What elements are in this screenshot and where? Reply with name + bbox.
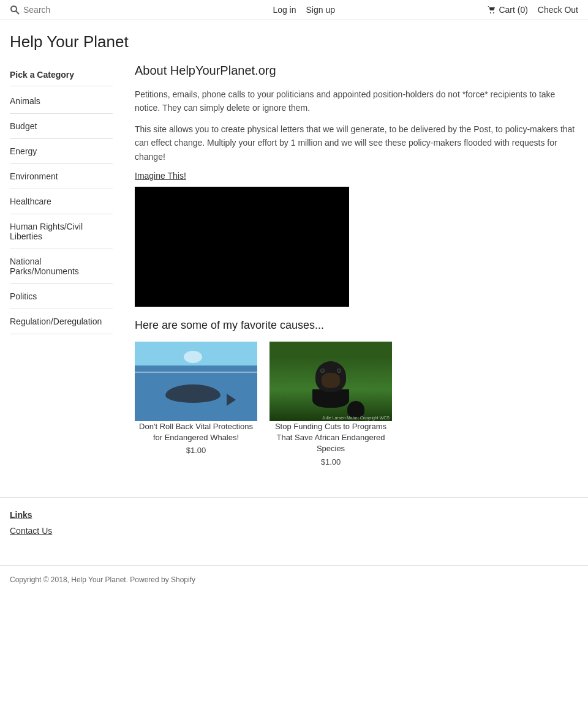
login-link[interactable]: Log in <box>273 5 296 15</box>
search-icon <box>10 5 20 15</box>
cart-icon <box>486 5 496 15</box>
footer-links-heading: Links <box>10 510 578 520</box>
sidebar-item-budget[interactable]: Budget <box>10 114 113 139</box>
sidebar-heading: Pick a Category <box>10 64 113 86</box>
footer: Links Contact Us <box>0 497 588 553</box>
favorite-causes-heading: Here are some of my favorite causes... <box>135 319 576 332</box>
whale-body <box>165 384 221 403</box>
svg-point-2 <box>490 12 491 13</box>
whale-cause-title: Don't Roll Back Vital Protections for En… <box>135 421 257 443</box>
gorilla-cause-price: $1.00 <box>270 457 392 467</box>
gorilla-eyes <box>320 369 341 373</box>
gorilla-body <box>312 389 349 408</box>
sidebar: Pick a Category Animals Budget Energy En… <box>0 64 123 467</box>
cart-area: Cart (0) Check Out <box>486 5 578 15</box>
gorilla-face <box>322 373 340 388</box>
whale-image <box>135 342 257 421</box>
about-paragraph-1: Petitions, emails, phone calls to your p… <box>135 88 576 115</box>
image-caption: Julie Larsen Maher Copyright WCS <box>322 416 390 420</box>
about-paragraph-2: This site allows you to create physical … <box>135 122 576 163</box>
search-area <box>10 5 121 15</box>
gorilla-eye-right <box>337 369 341 373</box>
splash <box>184 351 202 363</box>
svg-line-1 <box>16 11 19 14</box>
svg-point-3 <box>493 12 494 13</box>
causes-grid: Don't Roll Back Vital Protections for En… <box>135 342 576 467</box>
nav-links: Log in Sign up <box>273 5 335 15</box>
contact-us-link[interactable]: Contact Us <box>10 526 578 536</box>
gorilla-cause-title: Stop Funding Cuts to Programs That Save … <box>270 421 392 455</box>
water-line <box>135 372 257 373</box>
sidebar-item-healthcare[interactable]: Healthcare <box>10 189 113 214</box>
sidebar-item-politics[interactable]: Politics <box>10 284 113 309</box>
copyright: Copyright © 2018, Help Your Planet. Powe… <box>0 565 588 584</box>
svg-point-0 <box>11 6 17 12</box>
imagine-link[interactable]: Imagine This! <box>135 171 186 181</box>
gorilla-image: Julie Larsen Maher Copyright WCS <box>270 342 392 421</box>
sidebar-item-energy[interactable]: Energy <box>10 139 113 164</box>
cart-link[interactable]: Cart (0) <box>486 5 527 15</box>
signup-link[interactable]: Sign up <box>306 5 335 15</box>
whale-cause-price: $1.00 <box>135 446 257 455</box>
cart-label: Cart (0) <box>499 5 527 15</box>
site-title: Help Your Planet <box>0 20 588 58</box>
video-placeholder[interactable] <box>135 187 349 307</box>
search-input[interactable] <box>23 5 121 15</box>
sidebar-item-regulation[interactable]: Regulation/Deregulation <box>10 309 113 334</box>
whale-tail <box>227 394 236 406</box>
gorilla-head <box>315 361 346 392</box>
cause-card-whale[interactable]: Don't Roll Back Vital Protections for En… <box>135 342 257 467</box>
main-layout: Pick a Category Animals Budget Energy En… <box>0 58 588 473</box>
gorilla-eye-left <box>320 369 325 373</box>
sidebar-item-human-rights[interactable]: Human Rights/Civil Liberties <box>10 214 113 249</box>
sidebar-item-national-parks[interactable]: National Parks/Monuments <box>10 249 113 284</box>
sidebar-item-animals[interactable]: Animals <box>10 89 113 114</box>
sidebar-item-environment[interactable]: Environment <box>10 164 113 189</box>
about-heading: About HelpYourPlanet.org <box>135 64 576 78</box>
cause-card-gorilla[interactable]: Julie Larsen Maher Copyright WCS Stop Fu… <box>270 342 392 467</box>
top-navigation: Log in Sign up Cart (0) Check Out <box>0 0 588 20</box>
main-content: About HelpYourPlanet.org Petitions, emai… <box>123 64 588 467</box>
checkout-link[interactable]: Check Out <box>538 5 578 15</box>
